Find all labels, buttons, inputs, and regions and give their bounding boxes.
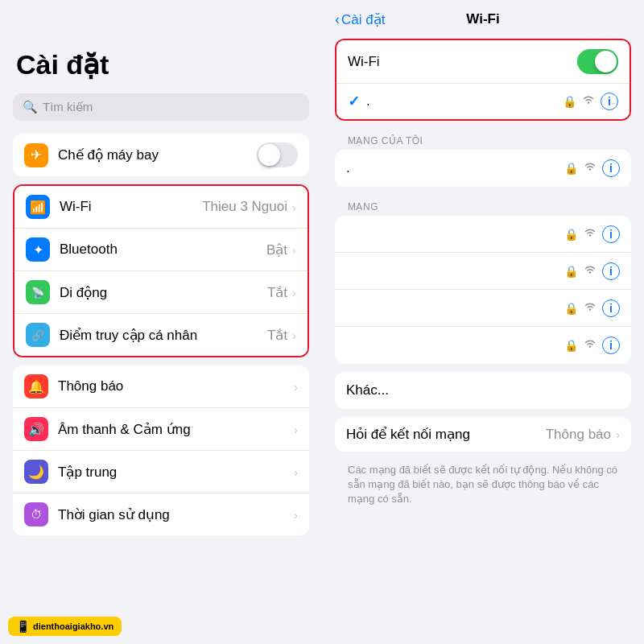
wifi-label: Wi-Fi	[60, 199, 202, 215]
connected-checkmark: ✓	[348, 93, 360, 110]
search-bar[interactable]: 🔍 Tìm kiếm	[13, 93, 309, 121]
ask-join-group: Hỏi để kết nối mạng Thông báo ›	[335, 417, 631, 452]
my-info-icon: i	[609, 162, 613, 175]
my-network-icons: 🔒 i	[564, 159, 620, 177]
screentime-icon: ⏱	[31, 508, 42, 521]
network-info-button-1[interactable]: i	[602, 225, 620, 243]
settings-item-screentime[interactable]: ⏱ Thời gian sử dụng ›	[13, 493, 309, 535]
wifi-signal-icon-2	[583, 264, 597, 279]
connected-network-icons: 🔒 i	[563, 93, 618, 110]
other-network-row-1[interactable]: 🔒 i	[335, 216, 631, 253]
ask-join-label: Hỏi để kết nối mạng	[346, 426, 546, 443]
my-network-name: .	[346, 160, 564, 176]
airplane-toggle-track[interactable]	[257, 142, 298, 167]
hotspot-icon: 🔗	[31, 329, 44, 341]
screentime-chevron: ›	[294, 508, 298, 522]
settings-item-notifications[interactable]: 🔔 Thông báo ›	[13, 365, 309, 408]
network-info-button-3[interactable]: i	[602, 299, 620, 317]
bluetooth-icon-wrap: ✦	[26, 237, 50, 262]
info-icon: i	[608, 95, 611, 108]
settings-item-airplane[interactable]: ✈ Chế độ máy bay	[13, 134, 309, 176]
search-icon: 🔍	[23, 100, 38, 114]
ask-join-value: Thông báo	[546, 427, 611, 443]
wifi-value: Thieu 3 Nguoi	[202, 199, 287, 215]
settings-item-focus[interactable]: 🌙 Tập trung ›	[13, 451, 309, 493]
settings-item-sound[interactable]: 🔊 Âm thanh & Cảm ứng ›	[13, 408, 309, 451]
screentime-label: Thời gian sử dụng	[58, 506, 292, 523]
bluetooth-value: Bật	[266, 242, 287, 258]
other-networks-section-label: MẠNG	[322, 195, 644, 216]
other-network-icons-2: 🔒 i	[564, 262, 620, 280]
network-info-button-2[interactable]: i	[602, 262, 620, 280]
other-network-icons-3: 🔒 i	[564, 299, 620, 317]
other-network-row-2[interactable]: 🔒 i	[335, 253, 631, 290]
watermark: 📱 dienthoaigiakho.vn	[8, 617, 122, 636]
focus-chevron: ›	[294, 465, 298, 479]
wifi-chevron: ›	[292, 200, 296, 214]
airplane-toggle[interactable]	[257, 142, 298, 167]
settings-item-wifi[interactable]: 📶 Wi-Fi Thieu 3 Nguoi ›	[14, 186, 308, 229]
wifi-toggle-label: Wi-Fi	[348, 54, 577, 70]
wifi-signal-icon	[581, 94, 596, 109]
nav-title: Wi-Fi	[466, 11, 499, 27]
settings-item-hotspot[interactable]: 🔗 Điểm truy cập cá nhân Tắt ›	[14, 314, 308, 356]
connected-network-row[interactable]: ✓ . 🔒 i	[336, 84, 630, 119]
settings-item-cellular[interactable]: 📡 Di động Tắt ›	[14, 271, 308, 314]
wifi-icon: 📶	[30, 200, 46, 215]
focus-icon: 🌙	[28, 464, 44, 480]
cellular-icon: 📡	[31, 287, 44, 299]
my-wifi-signal-icon	[583, 161, 597, 175]
my-network-section-label: MẠNG CỦA TÔI	[322, 129, 644, 150]
settings-group-connectivity2: 📶 Wi-Fi Thieu 3 Nguoi › ✦ Bluetooth Bật …	[13, 184, 309, 357]
my-network-row[interactable]: . 🔒 i	[335, 150, 631, 187]
nav-back-button[interactable]: ‹ Cài đặt	[335, 11, 385, 28]
other-network-row-3[interactable]: 🔒 i	[335, 290, 631, 327]
wifi-nav-bar: ‹ Cài đặt Wi-Fi	[322, 0, 644, 34]
watermark-icon: 📱	[16, 620, 30, 633]
search-placeholder: Tìm kiếm	[43, 100, 93, 114]
settings-item-bluetooth[interactable]: ✦ Bluetooth Bật ›	[14, 229, 308, 271]
other-network-icons-4: 🔒 i	[564, 336, 620, 354]
watermark-text: dienthoaigiakho.vn	[33, 621, 114, 631]
bell-icon: 🔔	[28, 379, 44, 394]
lock-icon: 🔒	[563, 95, 576, 108]
airplane-icon-wrap: ✈	[24, 143, 48, 167]
my-network-info-button[interactable]: i	[602, 159, 620, 177]
airplane-icon: ✈	[31, 147, 42, 163]
wifi-icon-wrap: 📶	[26, 195, 50, 219]
ask-join-row[interactable]: Hỏi để kết nối mạng Thông báo ›	[335, 417, 631, 452]
notifications-icon-wrap: 🔔	[24, 374, 48, 398]
airplane-label: Chế độ máy bay	[58, 147, 257, 163]
connected-info-button[interactable]: i	[601, 93, 618, 110]
focus-icon-wrap: 🌙	[24, 460, 48, 484]
cellular-icon-wrap: 📡	[26, 280, 50, 304]
sound-icon: 🔊	[28, 422, 44, 437]
bluetooth-label: Bluetooth	[60, 242, 266, 258]
cellular-label: Di động	[60, 284, 267, 301]
sound-icon-wrap: 🔊	[24, 417, 48, 441]
lock-icon-1: 🔒	[564, 228, 578, 241]
other-network-row-4[interactable]: 🔒 i	[335, 327, 631, 364]
sound-chevron: ›	[294, 423, 298, 436]
other-networks-button[interactable]: Khác...	[335, 372, 631, 409]
my-network-group: . 🔒 i	[335, 150, 631, 187]
settings-group-connectivity1: ✈ Chế độ máy bay	[13, 134, 309, 176]
other-network-icons-1: 🔒 i	[564, 225, 620, 243]
nav-back-label: Cài đặt	[341, 11, 385, 28]
lock-icon-3: 🔒	[564, 302, 578, 315]
cellular-chevron: ›	[292, 286, 296, 299]
other-networks-group: 🔒 i 🔒	[335, 216, 631, 364]
wifi-main-group: Wi-Fi ✓ . 🔒 i	[335, 39, 631, 121]
wifi-signal-icon-4	[583, 338, 597, 353]
right-panel: ‹ Cài đặt Wi-Fi Wi-Fi ✓ . 🔒	[322, 0, 644, 644]
hotspot-icon-wrap: 🔗	[26, 323, 50, 347]
wifi-signal-icon-3	[583, 301, 597, 316]
left-panel: Cài đặt 🔍 Tìm kiếm ✈ Chế độ máy bay 📶 Wi…	[0, 0, 322, 644]
network-info-button-4[interactable]: i	[602, 336, 620, 354]
my-lock-icon: 🔒	[564, 162, 578, 175]
wifi-toggle[interactable]	[577, 49, 618, 74]
sound-label: Âm thanh & Cảm ứng	[58, 421, 292, 438]
ask-join-chevron: ›	[616, 427, 620, 441]
wifi-toggle-row[interactable]: Wi-Fi	[336, 40, 630, 84]
lock-icon-2: 🔒	[564, 265, 578, 278]
